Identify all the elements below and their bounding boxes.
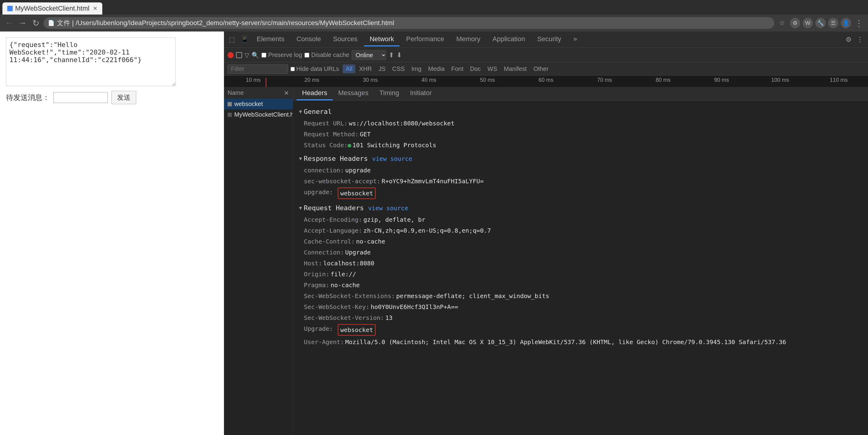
tab-application[interactable]: Application — [487, 33, 531, 46]
tab-more[interactable]: » — [568, 33, 582, 46]
send-input[interactable] — [53, 92, 108, 103]
ext-icon-user[interactable]: 👤 — [841, 18, 851, 28]
response-sec-accept-label: sec-websocket-accept: — [304, 177, 380, 186]
ext-icon-2[interactable]: W — [803, 18, 813, 28]
status-code-value: 101 Switching Protocols — [352, 141, 436, 150]
tab-close-button[interactable]: ✕ — [93, 5, 97, 12]
stop-button[interactable] — [236, 52, 242, 58]
tab-security[interactable]: Security — [532, 33, 566, 46]
close-detail-icon[interactable]: ✕ — [284, 89, 289, 97]
back-button[interactable]: ← — [4, 18, 14, 28]
message-textarea[interactable]: {"request":"Hello WebSocket!","time":"20… — [6, 37, 176, 86]
network-item-websocket[interactable]: websocket — [224, 99, 293, 109]
req-cache-control-value: no-cache — [356, 237, 385, 246]
tab-network[interactable]: Network — [364, 33, 400, 46]
response-headers-view-source-link[interactable]: view source — [372, 155, 412, 163]
disable-cache-text: Disable cache — [311, 52, 349, 58]
active-tab[interactable]: MyWebSocketClient.html ✕ — [2, 2, 102, 14]
devtools-icons: ⬚ 📱 — [227, 34, 250, 45]
hide-data-urls-checkbox[interactable] — [290, 67, 295, 71]
upload-icon[interactable]: ⬆ — [389, 51, 394, 59]
req-upgrade-label: Upgrade: — [304, 324, 337, 336]
timeline-bar: 10 ms 20 ms 30 ms 40 ms 50 ms 60 ms 70 m… — [224, 76, 868, 87]
status-dot: ● — [348, 141, 351, 150]
forward-button[interactable]: → — [17, 18, 28, 28]
filter-other[interactable]: Other — [530, 64, 551, 73]
filter-xhr[interactable]: XHR — [356, 64, 375, 73]
search-icon[interactable]: 🔍 — [251, 52, 259, 59]
download-icon[interactable]: ⬇ — [397, 51, 402, 59]
request-headers-section-header[interactable]: ▼ Request Headers view source — [299, 204, 862, 212]
timeline-label-60: 60 ms — [517, 77, 575, 83]
detail-tab-headers[interactable]: Headers — [297, 87, 333, 100]
devtools-settings-icon[interactable]: ⚙ — [844, 34, 853, 45]
devtools-device-icon[interactable]: 📱 — [239, 34, 250, 45]
request-headers-view-source-link[interactable]: view source — [368, 204, 408, 212]
record-button[interactable] — [227, 52, 234, 58]
tab-elements[interactable]: Elements — [251, 33, 290, 46]
req-accept-language-row: Accept-Language: zh-CN,zh;q=0.9,en-US;q=… — [299, 225, 862, 236]
tab-memory[interactable]: Memory — [451, 33, 486, 46]
bookmark-icon[interactable]: ☆ — [779, 19, 785, 27]
request-headers-arrow-icon: ▼ — [299, 205, 302, 211]
timeline-label-40: 40 ms — [400, 77, 458, 83]
browser-chrome: MyWebSocketClient.html ✕ ← → ↻ 📄 文件 | /U… — [0, 0, 868, 31]
preserve-log-label[interactable]: Preserve log — [261, 52, 302, 58]
tab-console[interactable]: Console — [291, 33, 327, 46]
req-user-agent-value: Mozilla/5.0 (Macintosh; Intel Mac OS X 1… — [345, 338, 786, 347]
request-headers-title: Request Headers — [304, 204, 364, 212]
throttle-select[interactable]: Online Slow 3G Fast 3G Offline — [352, 50, 386, 60]
detail-tab-timing[interactable]: Timing — [374, 87, 404, 100]
filter-img[interactable]: Img — [408, 64, 424, 73]
disable-cache-label[interactable]: Disable cache — [305, 52, 349, 58]
response-sec-accept-value: R+oYC9+hZmmvLmT4nuFHI5aLYFU= — [382, 177, 484, 186]
filter-all[interactable]: All — [343, 64, 355, 73]
detail-tab-initiator[interactable]: Initiator — [405, 87, 437, 100]
response-headers-section-header[interactable]: ▼ Response Headers view source — [299, 155, 862, 163]
preserve-log-checkbox[interactable] — [261, 53, 266, 58]
req-connection-value: Upgrade — [345, 248, 370, 257]
timeline-label-110: 110 ms — [810, 77, 868, 83]
filter-input[interactable] — [227, 64, 288, 74]
req-origin-value: file:// — [331, 270, 356, 279]
filter-manifest[interactable]: Manifest — [501, 64, 530, 73]
extension-area: ⚙ W 🔧 ☰ 👤 — [790, 18, 851, 28]
tab-performance[interactable]: Performance — [401, 33, 450, 46]
response-headers-arrow-icon: ▼ — [299, 156, 302, 162]
filter-doc[interactable]: Doc — [467, 64, 484, 73]
detail-tab-messages[interactable]: Messages — [333, 87, 374, 100]
filter-ws[interactable]: WS — [485, 64, 500, 73]
devtools-menu-icon[interactable]: ⋮ — [855, 34, 864, 45]
ext-icon-3[interactable]: 🔧 — [815, 18, 826, 28]
req-upgrade-value: websocket — [338, 324, 375, 336]
reload-button[interactable]: ↻ — [30, 18, 41, 28]
response-sec-accept-row: sec-websocket-accept: R+oYC9+hZmmvLmT4nu… — [299, 176, 862, 186]
lock-icon: 📄 — [48, 20, 55, 26]
filter-js[interactable]: JS — [376, 64, 389, 73]
network-item-html[interactable]: MyWebSocketClient.html — [224, 109, 293, 120]
send-button[interactable]: 发送 — [112, 91, 136, 104]
req-connection-label: Connection: — [304, 248, 344, 257]
network-list: Name ✕ websocket MyWebSocketClient.html — [224, 87, 293, 435]
hide-data-urls-label[interactable]: Hide data URLs — [290, 65, 339, 72]
address-bar[interactable]: 📄 文件 | /Users/liubenlong/IdeaProjects/sp… — [43, 17, 774, 29]
ext-icon-4[interactable]: ☰ — [828, 18, 838, 28]
general-section-header[interactable]: ▼ General — [299, 108, 862, 115]
req-user-agent-row: User-Agent: Mozilla/5.0 (Macintosh; Inte… — [299, 337, 862, 347]
disable-cache-checkbox[interactable] — [305, 53, 309, 58]
response-upgrade-value: websocket — [338, 187, 375, 199]
filter-icon: ▽ — [245, 52, 249, 59]
timeline-label-90: 90 ms — [692, 77, 751, 83]
menu-button[interactable]: ⋮ — [854, 18, 864, 28]
timeline-marker — [266, 78, 266, 87]
address-text: 文件 | /Users/liubenlong/IdeaProjects/spri… — [57, 19, 770, 28]
filter-media[interactable]: Media — [425, 64, 447, 73]
main-area: {"request":"Hello WebSocket!","time":"20… — [0, 31, 868, 435]
ext-icon-1[interactable]: ⚙ — [790, 18, 800, 28]
req-ws-ext-value: permessage-deflate; client_max_window_bi… — [396, 291, 549, 300]
filter-font[interactable]: Font — [448, 64, 466, 73]
tab-sources[interactable]: Sources — [328, 33, 363, 46]
devtools-inspect-icon[interactable]: ⬚ — [227, 34, 236, 45]
req-ws-ext-label: Sec-WebSocket-Extensions: — [304, 291, 395, 300]
filter-css[interactable]: CSS — [389, 64, 408, 73]
